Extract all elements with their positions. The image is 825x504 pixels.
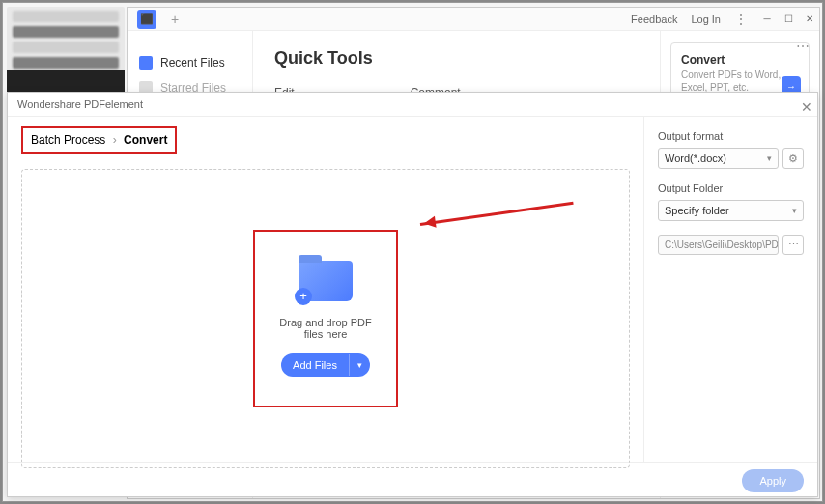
chevron-down-icon: ▾ [767, 154, 772, 163]
output-folder-label: Output Folder [658, 182, 804, 194]
breadcrumb-current: Convert [124, 133, 167, 147]
card-title: Convert [681, 53, 799, 67]
apply-button[interactable]: Apply [742, 469, 804, 492]
app-logo-icon: ⬛ [137, 10, 156, 29]
modal-app-name: Wondershare PDFelement [8, 93, 817, 117]
folder-icon: + [299, 261, 353, 301]
modal-close-button[interactable]: ✕ [801, 99, 812, 115]
new-tab-button[interactable]: + [166, 12, 184, 27]
breadcrumb-parent[interactable]: Batch Process [31, 133, 105, 147]
output-format-select[interactable]: Word(*.docx) ▾ [658, 148, 779, 169]
background-window [7, 7, 125, 92]
chevron-down-icon: ▾ [792, 206, 797, 215]
login-link[interactable]: Log In [691, 14, 721, 25]
titlebar: ⬛ + Feedback Log In ⋮ ─ ☐ ✕ [128, 8, 819, 31]
close-button[interactable]: ✕ [800, 11, 819, 28]
format-settings-button[interactable]: ⚙ [782, 148, 804, 169]
sidebar-item-recent[interactable]: Recent Files [128, 50, 252, 75]
add-files-button[interactable]: Add Files ▾ [281, 353, 370, 377]
gear-icon: ⚙ [788, 153, 798, 165]
breadcrumb: Batch Process › Convert [21, 126, 177, 154]
sidebar-item-label: Recent Files [160, 56, 225, 70]
drop-text: Drag and drop PDF files here [274, 317, 377, 340]
recent-files-icon [139, 56, 153, 70]
browse-button[interactable]: ⋯ [782, 235, 804, 255]
add-files-label: Add Files [281, 353, 349, 377]
page-title: Quick Tools [274, 48, 639, 69]
chevron-down-icon[interactable]: ▾ [349, 354, 370, 376]
output-format-label: Output format [658, 130, 804, 142]
plus-icon: + [295, 288, 312, 305]
drop-inner: + Drag and drop PDF files here Add Files… [253, 230, 398, 407]
ellipsis-icon: ⋯ [788, 238, 799, 251]
modal-settings-panel: Output format Word(*.docx) ▾ ⚙ Output Fo… [643, 117, 817, 462]
select-value: Word(*.docx) [665, 153, 726, 164]
output-folder-select[interactable]: Specify folder ▾ [658, 200, 804, 221]
batch-convert-modal: Wondershare PDFelement Batch Process › C… [7, 92, 818, 497]
dropzone[interactable]: + Drag and drop PDF files here Add Files… [21, 169, 630, 468]
feedback-link[interactable]: Feedback [631, 14, 677, 25]
minimize-button[interactable]: ─ [757, 11, 777, 28]
output-path-field[interactable]: C:\Users\Geili\Desktop\PDFelement\Co [658, 235, 779, 255]
maximize-button[interactable]: ☐ [779, 11, 798, 28]
select-value: Specify folder [665, 205, 729, 216]
kebab-menu-icon[interactable]: ⋮ [734, 12, 748, 27]
chevron-right-icon: › [113, 133, 117, 147]
